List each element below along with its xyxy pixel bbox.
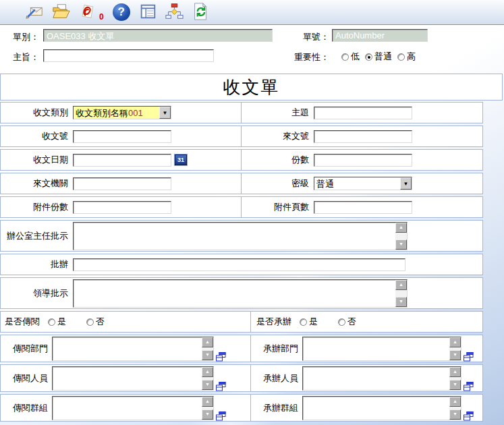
scrollbar[interactable]: ▲ ▼ — [202, 337, 213, 360]
handle-staff-textarea[interactable]: ▲ ▼ — [302, 366, 461, 391]
handle-dept-pane[interactable] — [303, 337, 449, 360]
scroll-down-icon[interactable]: ▼ — [202, 380, 213, 390]
row-leader-note: 領導批示 ▲ ▼ — [0, 277, 483, 309]
circulate-group-pane[interactable] — [53, 397, 202, 420]
office-director-note-textarea[interactable]: ▲ ▼ — [73, 222, 408, 250]
scroll-down-icon[interactable]: ▼ — [449, 409, 461, 420]
copies-input[interactable] — [314, 154, 412, 167]
send-mail-button[interactable] — [24, 2, 45, 22]
toolbar: 0 ? — [0, 0, 504, 25]
attachment-copies-input[interactable] — [73, 201, 171, 214]
chevron-down-icon[interactable]: ▼ — [159, 107, 171, 119]
importance-normal-radio[interactable] — [365, 53, 372, 61]
scroll-up-icon[interactable]: ▲ — [202, 337, 213, 347]
incoming-no-input[interactable] — [314, 130, 412, 143]
scroll-up-icon[interactable]: ▲ — [395, 280, 407, 290]
secrecy-select[interactable]: 普通 ▼ — [314, 177, 412, 190]
receive-category-value: 收文類別名稱 — [76, 108, 128, 118]
picker-popup-icon[interactable] — [464, 382, 474, 391]
circulate-staff-textarea[interactable]: ▲ ▼ — [52, 366, 214, 391]
scroll-down-icon[interactable]: ▼ — [202, 409, 213, 420]
scroll-up-icon[interactable]: ▲ — [202, 367, 213, 377]
importance-high-label: 高 — [407, 51, 416, 61]
circulate-group-textarea[interactable]: ▲ ▼ — [52, 396, 214, 420]
handle-staff-pane[interactable] — [303, 367, 449, 390]
doc-type-label: 單別： — [0, 31, 39, 43]
importance-high-radio[interactable] — [397, 53, 405, 61]
importance-normal-label: 普通 — [374, 51, 392, 61]
circulate-dept-pane[interactable] — [53, 337, 202, 360]
circulate-dept-textarea[interactable]: ▲ ▼ — [52, 337, 214, 361]
receive-date-input[interactable] — [73, 154, 171, 167]
row-category-topic: 收文類別 收文類別名稱001 ▼ 主題 — [0, 102, 483, 123]
scrollbar[interactable]: ▲ ▼ — [395, 280, 407, 307]
circulate-staff-pane[interactable] — [53, 367, 202, 390]
doc-no-label: 單號： — [283, 31, 329, 43]
assign-input[interactable] — [73, 258, 405, 271]
calendar-icon[interactable]: 31 — [175, 154, 187, 165]
scroll-up-icon[interactable]: ▲ — [449, 397, 461, 407]
office-director-note-pane[interactable] — [74, 223, 395, 250]
chevron-down-icon[interactable]: ▼ — [400, 177, 412, 190]
leader-note-textarea[interactable]: ▲ ▼ — [73, 279, 408, 308]
table-list-icon — [138, 2, 157, 23]
row-org-secrecy: 來文機關 密級 普通 ▼ — [0, 173, 483, 194]
circulate-yes-radio[interactable] — [48, 318, 55, 326]
scrollbar[interactable]: ▲ ▼ — [202, 397, 213, 420]
row-receiveno-incomingno: 收文號 來文號 — [0, 125, 483, 147]
scrollbar[interactable]: ▲ ▼ — [449, 337, 461, 360]
scrollbar[interactable]: ▲ ▼ — [449, 397, 461, 420]
scrollbar[interactable]: ▲ ▼ — [449, 367, 461, 390]
attachment-button[interactable] — [77, 2, 97, 22]
doc-type-field: OASE033 收文單 — [43, 29, 273, 42]
receive-no-input[interactable] — [73, 130, 171, 143]
scroll-down-icon[interactable]: ▼ — [449, 350, 461, 360]
scroll-down-icon[interactable]: ▼ — [202, 350, 213, 360]
circulate-no-label: 否 — [96, 316, 105, 328]
topic-input[interactable] — [314, 107, 412, 119]
circulate-dept-label: 傳閱部門 — [13, 343, 48, 355]
handle-group-pane[interactable] — [303, 397, 449, 420]
scroll-down-icon[interactable]: ▼ — [449, 380, 461, 390]
handle-no-label: 否 — [347, 316, 356, 328]
importance-label: 重要性： — [283, 51, 329, 63]
handle-yes-radio[interactable] — [300, 318, 307, 326]
importance-low-radio[interactable] — [341, 53, 349, 61]
picker-popup-icon[interactable] — [464, 412, 474, 421]
help-button[interactable]: ? — [111, 2, 132, 22]
list-view-button[interactable] — [138, 2, 158, 22]
scroll-down-icon[interactable]: ▼ — [395, 297, 407, 307]
help-icon: ? — [113, 3, 130, 21]
subject-input[interactable] — [43, 49, 214, 62]
row-date-copies: 收文日期 31 份數 — [0, 149, 483, 171]
handle-dept-textarea[interactable]: ▲ ▼ — [302, 337, 461, 361]
refresh-button[interactable] — [190, 2, 211, 22]
header-section: 單別： OASE033 收文單 單號： AutoNumber 主旨： 重要性： … — [0, 25, 504, 72]
attachment-pages-input[interactable] — [314, 201, 412, 214]
topic-label: 主題 — [242, 107, 309, 119]
scrollbar[interactable]: ▲ ▼ — [395, 223, 407, 250]
incoming-org-input[interactable] — [73, 177, 171, 190]
picker-popup-icon[interactable] — [216, 352, 226, 362]
circulate-no-radio[interactable] — [86, 318, 94, 326]
handle-no-radio[interactable] — [338, 318, 345, 326]
scroll-down-icon[interactable]: ▼ — [395, 239, 407, 250]
open-folder-button[interactable] — [51, 2, 71, 22]
picker-popup-icon[interactable] — [464, 352, 474, 362]
receive-category-select[interactable]: 收文類別名稱001 ▼ — [73, 106, 171, 119]
picker-popup-icon[interactable] — [216, 412, 226, 421]
scroll-up-icon[interactable]: ▲ — [202, 397, 213, 407]
circulate-group-label: 傳閱群組 — [13, 402, 48, 414]
workflow-button[interactable] — [164, 2, 184, 22]
scrollbar[interactable]: ▲ ▼ — [202, 367, 213, 390]
scroll-up-icon[interactable]: ▲ — [395, 223, 407, 233]
circulate-yes-label: 是 — [57, 316, 66, 328]
leader-note-pane[interactable] — [74, 280, 395, 307]
scroll-up-icon[interactable]: ▲ — [449, 367, 461, 377]
assign-label: 批辦 — [1, 258, 68, 271]
scroll-up-icon[interactable]: ▲ — [449, 337, 461, 347]
picker-popup-icon[interactable] — [216, 382, 226, 391]
handle-group-textarea[interactable]: ▲ ▼ — [302, 396, 461, 420]
handle-group-label: 承辦群組 — [263, 402, 298, 414]
row-dept: 傳閱部門 ▲ ▼ 承辦部門 ▲ ▼ — [0, 335, 483, 362]
